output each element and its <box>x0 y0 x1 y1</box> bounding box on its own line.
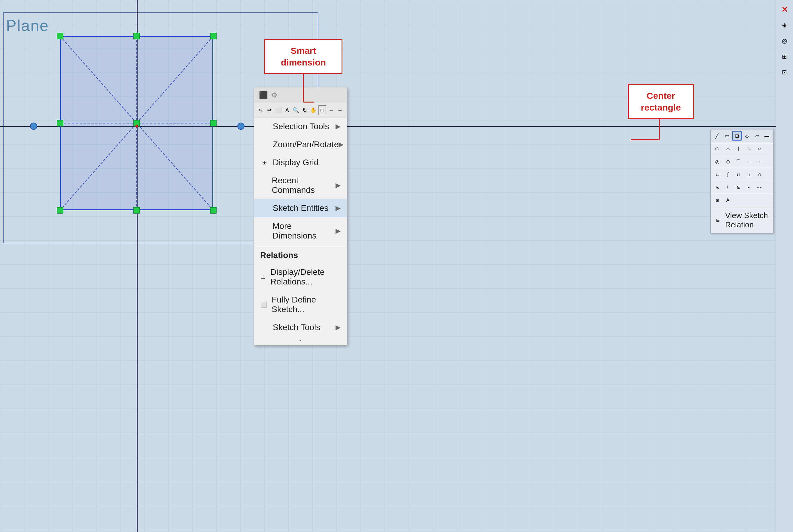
tool-notch[interactable]: ⌂ <box>755 170 764 179</box>
sketch-tools-arrow: ▶ <box>335 324 341 331</box>
selection-tools-arrow: ▶ <box>335 122 341 130</box>
menu-item-selection-tools[interactable]: Selection Tools ▶ <box>254 117 347 135</box>
right-tool-close[interactable]: ✕ <box>778 3 791 16</box>
tool-open-curve[interactable]: ∫ <box>734 144 743 153</box>
tool-spline[interactable]: ∫ <box>723 170 733 179</box>
smart-dimension-annotation: Smart dimension <box>264 39 343 74</box>
sketch-tools-panel: ╱ ▭ ⊞ ◇ ▱ ▬ ⬭ ⌓ ∫ ∿ ○ ◎ ⊙ ⌒ ⌣ ⌢ ⊂ ∫ ∪ ∩ … <box>710 129 773 233</box>
toolbar-box-select[interactable]: ⬜ <box>274 105 282 115</box>
view-sketch-relation-icon: ⊞ <box>715 215 721 225</box>
dimensions-icon <box>260 227 268 235</box>
zoom-arrow: ▶ <box>339 140 344 148</box>
tools-row-2: ⬭ ⌓ ∫ ∿ ○ <box>711 142 773 155</box>
tools-row-4: ⊂ ∫ ∪ ∩ ⌂ <box>711 168 773 181</box>
sketch-tools-icon <box>260 323 269 331</box>
recent-icon <box>260 181 268 190</box>
tool-diamond[interactable]: ◇ <box>742 131 752 140</box>
selection-tools-icon <box>260 122 269 131</box>
handle-bottom-right[interactable] <box>210 207 217 214</box>
handle-left-mid[interactable] <box>57 120 63 127</box>
context-menu-header: ⬛ ⚙ <box>254 88 347 103</box>
tool-arc-tangent[interactable]: ⌣ <box>744 157 754 166</box>
tools-row-3: ◎ ⊙ ⌒ ⌣ ⌢ <box>711 155 773 168</box>
menu-separator-1 <box>254 246 347 246</box>
toolbar-text[interactable]: A <box>283 105 291 115</box>
handle-top-right[interactable] <box>210 33 217 39</box>
grid-icon: ⊞ <box>260 158 269 167</box>
tool-s-curve[interactable]: ∿ <box>744 144 754 153</box>
tool-sketch-rel[interactable]: ⊕ <box>713 195 722 205</box>
tool-slant-rect[interactable]: ▬ <box>762 131 771 140</box>
display-delete-icon: ⊥ <box>260 273 266 281</box>
recent-arrow: ▶ <box>335 182 341 189</box>
handle-top-mid[interactable] <box>133 33 140 39</box>
center-rectangle-annotation: Center rectangle <box>628 84 694 119</box>
tool-rect[interactable]: ▭ <box>722 131 731 140</box>
handle-top-left[interactable] <box>57 33 63 39</box>
tool-wave2[interactable]: ⌇ <box>723 183 733 192</box>
tool-line[interactable]: ╱ <box>713 131 721 140</box>
tools-row-6: ⊕ A <box>711 194 773 207</box>
tool-parallelogram[interactable]: ▱ <box>752 131 761 140</box>
plane-label: Plane <box>6 17 49 35</box>
center-dot <box>135 125 138 128</box>
right-toolbar: ✕ ⊕ ◎ ⊞ ⊡ <box>776 0 793 532</box>
tool-half-ellipse[interactable]: ⌓ <box>723 144 733 153</box>
view-sketch-relation-label: View Sketch Relation <box>725 211 769 229</box>
toolbar-arrow-left[interactable]: ← <box>327 105 335 115</box>
menu-item-sketch-tools[interactable]: Sketch Tools ▶ <box>254 318 347 337</box>
toolbar-rotate[interactable]: ↻ <box>301 105 309 115</box>
tool-partial-ellipse[interactable]: ⊂ <box>713 170 722 179</box>
zoom-icon <box>260 140 269 149</box>
tool-arch-up[interactable]: ∩ <box>744 170 754 179</box>
toolbar-sketch[interactable]: ✏ <box>266 105 273 115</box>
more-dimensions-arrow: ▶ <box>335 227 341 235</box>
tool-wave[interactable]: ∿ <box>713 183 722 192</box>
tool-center-rect[interactable]: ⊞ <box>732 131 741 140</box>
sketch-entities-arrow: ▶ <box>335 204 341 212</box>
menu-item-sketch-entities[interactable]: Sketch Entities ▶ <box>254 199 347 217</box>
right-tool-2[interactable]: ◎ <box>778 34 791 48</box>
tool-fx[interactable]: fx <box>734 183 743 192</box>
handle-right-mid[interactable] <box>210 120 217 127</box>
tool-cup[interactable]: ∪ <box>734 170 743 179</box>
tools-row-1: ╱ ▭ ⊞ ◇ ▱ ▬ <box>711 130 773 142</box>
toolbar-rect-outline[interactable]: □ <box>318 105 326 115</box>
context-menu[interactable]: ⬛ ⚙ ↖ ✏ ⬜ A 🔍 ↻ ✋ □ ← → Selection Tools … <box>254 87 347 345</box>
tool-circle[interactable]: ○ <box>755 144 764 153</box>
handle-bottom-left[interactable] <box>57 207 63 214</box>
sketch-entities-icon <box>260 204 269 212</box>
fully-define-icon: ⬜ <box>260 300 267 309</box>
view-sketch-relation-row[interactable]: ⊞ View Sketch Relation <box>711 207 773 233</box>
menu-item-display-grid[interactable]: ⊞ Display Grid <box>254 153 347 172</box>
context-toolbar-row: ↖ ✏ ⬜ A 🔍 ↻ ✋ □ ← → <box>254 103 347 117</box>
right-tool-3[interactable]: ⊞ <box>778 50 791 63</box>
toolbar-pan[interactable]: ✋ <box>310 105 317 115</box>
menu-item-zoom-pan-rotate[interactable]: Zoom/Pan/Rotate ▶ <box>254 135 347 153</box>
menu-item-more-dimensions[interactable]: More Dimensions ▶ <box>254 217 347 245</box>
toolbar-zoom[interactable]: 🔍 <box>292 105 300 115</box>
tool-arc-center[interactable]: ⌢ <box>755 157 764 166</box>
handle-bottom-mid[interactable] <box>133 207 140 214</box>
canvas-background <box>0 0 793 532</box>
tool-dashed[interactable]: - - <box>755 183 764 192</box>
tool-arc-3pt[interactable]: ⌒ <box>734 157 743 166</box>
endpoint-right[interactable] <box>237 122 245 130</box>
toolbar-select[interactable]: ↖ <box>257 105 265 115</box>
menu-bottom-dot: • <box>254 337 347 345</box>
menu-item-recent-commands[interactable]: Recent Commands ▶ <box>254 172 347 199</box>
tool-circle-3pt[interactable]: ⊙ <box>723 157 733 166</box>
right-tool-4[interactable]: ⊡ <box>778 65 791 79</box>
right-tool-1[interactable]: ⊕ <box>778 19 791 32</box>
tool-ellipse[interactable]: ⬭ <box>713 144 722 153</box>
tool-text[interactable]: A <box>723 195 733 205</box>
tool-point[interactable]: • <box>744 183 754 192</box>
relations-header: Relations <box>254 248 347 263</box>
endpoint-left[interactable] <box>30 122 37 130</box>
tools-row-5: ∿ ⌇ fx • - - <box>711 181 773 194</box>
toolbar-arrow-right[interactable]: → <box>336 105 344 115</box>
menu-item-fully-define-sketch[interactable]: ⬜ Fully Define Sketch... <box>254 291 347 318</box>
tool-circle-2[interactable]: ◎ <box>713 157 722 166</box>
menu-item-display-delete-relations[interactable]: ⊥ Display/Delete Relations... <box>254 263 347 291</box>
